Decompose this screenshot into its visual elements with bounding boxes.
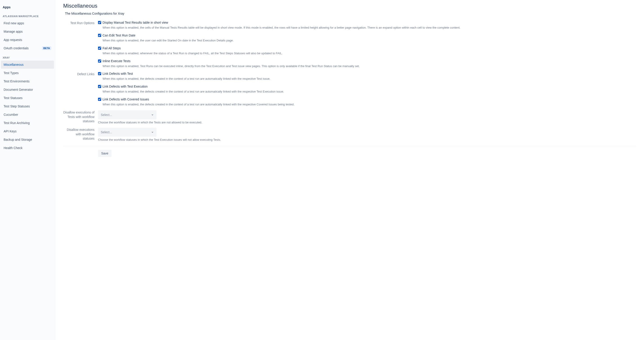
sidebar-item-app-requests[interactable]: App requests <box>1 36 54 44</box>
sidebar-item-health-check[interactable]: Health Check <box>1 144 54 152</box>
page-title: Miscellaneous <box>63 3 636 9</box>
page-subtitle: The Miscellaneous Configurations for Xra… <box>63 12 636 15</box>
select-disallow-tests[interactable]: Select... <box>98 110 156 119</box>
sidebar-item-manage-apps[interactable]: Manage apps <box>1 28 54 36</box>
sidebar-item-label: Test Statuses <box>4 96 22 100</box>
sidebar: Apps ATLASSIAN MARKETPLACE Find new apps… <box>0 0 55 340</box>
hint-disallow-tests: Choose the workflow statuses in which th… <box>98 121 636 124</box>
sidebar-item-cucumber[interactable]: Cucumber <box>1 111 54 119</box>
label-disallow-exec: Disallow executions with workflow status… <box>63 128 98 141</box>
sidebar-item-find-new-apps[interactable]: Find new apps <box>1 19 54 27</box>
option-desc: When this option is enabled, the cells o… <box>102 26 636 30</box>
sidebar-section-title-marketplace: ATLASSIAN MARKETPLACE <box>0 14 55 19</box>
sidebar-item-label: Test Run Archiving <box>4 121 30 125</box>
option-label: Link Defects with Covered Issues <box>102 97 149 101</box>
content-disallow-tests: Select... Choose the workflow statuses i… <box>98 110 636 124</box>
label-disallow-tests: Disallow executions of Tests with workfl… <box>63 110 98 124</box>
hint-disallow-exec: Choose the workflow statuses in which th… <box>98 138 636 141</box>
option-label: Display Manual Test Results table in sho… <box>102 21 168 24</box>
option-inline-execute-tests: Inline Execute Tests When this option is… <box>98 59 636 68</box>
sidebar-item-label: Manage apps <box>4 30 23 33</box>
sidebar-item-label: Cucumber <box>4 113 18 116</box>
option-desc: When this option is enabled, the user ca… <box>102 39 636 43</box>
option-desc: When this option is enabled, Test Runs c… <box>102 64 636 68</box>
chevron-down-icon <box>151 131 154 133</box>
sidebar-item-label: OAuth credentials <box>4 46 28 50</box>
option-link-defects-test: Link Defects with Test When this option … <box>98 72 636 81</box>
group-test-run-options: Test Run Options Display Manual Test Res… <box>63 21 636 72</box>
option-fail-all-steps: Fail All Steps When this option is enabl… <box>98 46 636 56</box>
option-display-short-view: Display Manual Test Results table in sho… <box>98 21 636 30</box>
option-desc: When this option is enabled, the defects… <box>102 102 636 107</box>
select-placeholder: Select... <box>101 113 112 117</box>
select-disallow-exec[interactable]: Select... <box>98 128 156 137</box>
option-desc: When this option is enabled, whenever th… <box>102 51 636 56</box>
option-header: Inline Execute Tests <box>98 59 636 63</box>
sidebar-item-label: Backup and Storage <box>4 138 32 141</box>
option-edit-test-run-date: Can Edit Test Run Date When this option … <box>98 34 636 43</box>
sidebar-heading: Apps <box>0 4 55 11</box>
sidebar-item-label: Document Generator <box>4 88 33 91</box>
option-header: Link Defects with Covered Issues <box>98 97 636 101</box>
divider <box>63 146 636 146</box>
sidebar-section-title-xray: XRAY <box>0 55 55 60</box>
option-label: Inline Execute Tests <box>102 59 130 63</box>
option-desc: When this option is enabled, the defects… <box>102 90 636 94</box>
sidebar-item-label: Test Types <box>4 71 19 75</box>
sidebar-item-api-keys[interactable]: API Keys <box>1 127 54 135</box>
sidebar-item-test-environments[interactable]: Test Environments <box>1 77 54 85</box>
sidebar-item-label: Test Environments <box>4 79 30 83</box>
sidebar-item-label: App requests <box>4 38 22 42</box>
checkbox-link-defects-covered[interactable] <box>98 98 101 101</box>
checkbox-link-defects-execution[interactable] <box>98 85 101 88</box>
group-content-test-run: Display Manual Test Results table in sho… <box>98 21 636 72</box>
save-row: Save <box>63 150 636 157</box>
option-header: Display Manual Test Results table in sho… <box>98 21 636 24</box>
sidebar-item-test-step-statuses[interactable]: Test Step Statuses <box>1 102 54 110</box>
sidebar-item-oauth-credentials[interactable]: OAuth credentials BETA <box>1 44 54 52</box>
select-placeholder: Select... <box>101 130 112 134</box>
group-content-defect-links: Link Defects with Test When this option … <box>98 72 636 110</box>
group-label-defect-links: Defect Links <box>63 72 98 110</box>
checkbox-display-short-view[interactable] <box>98 21 101 24</box>
checkbox-edit-test-run-date[interactable] <box>98 34 101 37</box>
beta-badge: BETA <box>42 46 51 50</box>
option-header: Link Defects with Test Execution <box>98 85 636 88</box>
main-content: Miscellaneous The Miscellaneous Configur… <box>55 0 644 340</box>
sidebar-item-miscellaneous[interactable]: Miscellaneous <box>1 61 54 69</box>
sidebar-item-document-generator[interactable]: Document Generator <box>1 86 54 94</box>
option-header: Link Defects with Test <box>98 72 636 75</box>
content-disallow-exec: Select... Choose the workflow statuses i… <box>98 128 636 141</box>
sidebar-item-test-run-archiving[interactable]: Test Run Archiving <box>1 119 54 127</box>
sidebar-item-test-types[interactable]: Test Types <box>1 69 54 77</box>
group-defect-links: Defect Links Link Defects with Test When… <box>63 72 636 110</box>
save-button[interactable]: Save <box>98 150 112 157</box>
option-desc: When this option is enabled, the defects… <box>102 77 636 81</box>
sidebar-item-label: Health Check <box>4 146 22 150</box>
group-label-test-run: Test Run Options <box>63 21 98 72</box>
row-disallow-exec: Disallow executions with workflow status… <box>63 128 636 141</box>
option-label: Link Defects with Test <box>102 72 133 75</box>
sidebar-item-label: Miscellaneous <box>4 63 24 66</box>
sidebar-item-backup-and-storage[interactable]: Backup and Storage <box>1 135 54 144</box>
option-link-defects-execution: Link Defects with Test Execution When th… <box>98 85 636 94</box>
option-label: Fail All Steps <box>102 46 121 50</box>
option-header: Fail All Steps <box>98 46 636 50</box>
checkbox-fail-all-steps[interactable] <box>98 47 101 50</box>
option-label: Can Edit Test Run Date <box>102 34 135 37</box>
sidebar-item-label: API Keys <box>4 129 17 133</box>
option-label: Link Defects with Test Execution <box>102 85 148 88</box>
sidebar-item-label: Find new apps <box>4 21 24 25</box>
sidebar-item-label: Test Step Statuses <box>4 104 30 108</box>
checkbox-link-defects-test[interactable] <box>98 72 101 75</box>
checkbox-inline-execute-tests[interactable] <box>98 59 101 63</box>
option-link-defects-covered: Link Defects with Covered Issues When th… <box>98 97 636 107</box>
row-disallow-tests: Disallow executions of Tests with workfl… <box>63 110 636 124</box>
chevron-down-icon <box>151 113 154 116</box>
option-header: Can Edit Test Run Date <box>98 34 636 37</box>
sidebar-item-test-statuses[interactable]: Test Statuses <box>1 94 54 102</box>
